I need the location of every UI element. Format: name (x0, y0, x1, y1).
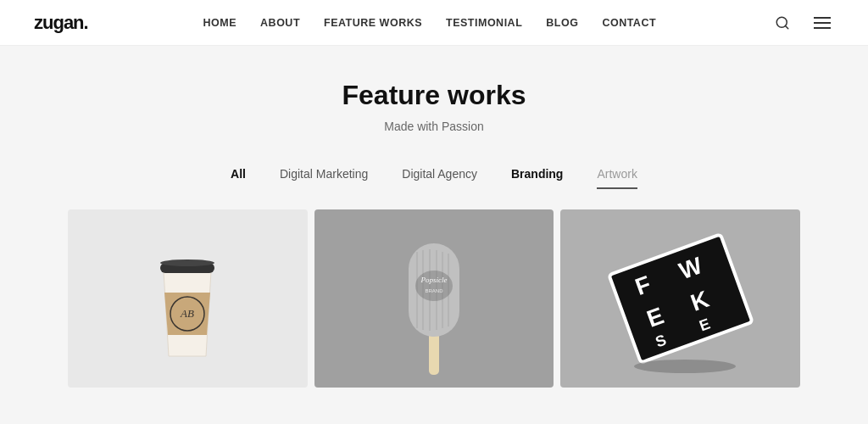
nav-item-blog[interactable]: BLOG (546, 17, 578, 29)
header-icons (771, 12, 834, 34)
filter-tabs: AllDigital MarketingDigital AgencyBrandi… (0, 150, 868, 189)
header: zugan. HOMEABOUTFEATURE WORKSTESTIMONIAL… (0, 0, 868, 46)
svg-point-8 (160, 259, 214, 266)
hero-section: Feature works Made with Passion (0, 46, 868, 150)
search-icon (775, 15, 790, 31)
nav-item-feature-works[interactable]: FEATURE WORKS (324, 17, 422, 29)
filter-tab-digital-agency[interactable]: Digital Agency (402, 167, 477, 189)
portfolio-item-coffee[interactable]: AB (68, 209, 308, 388)
filter-tab-digital-marketing[interactable]: Digital Marketing (280, 167, 368, 189)
hamburger-icon (814, 17, 831, 29)
svg-line-1 (785, 25, 787, 28)
page-subtitle: Made with Passion (17, 120, 851, 133)
portfolio-item-popsicle[interactable]: Popsicle BRAND (314, 209, 554, 388)
svg-rect-20 (609, 234, 752, 362)
filter-tab-branding[interactable]: Branding (511, 167, 563, 189)
portfolio-grid: AB Popsicle BRAND (0, 189, 868, 408)
nav-item-contact[interactable]: CONTACT (602, 17, 656, 29)
search-button[interactable] (771, 12, 793, 34)
page-title: Feature works (17, 80, 851, 111)
filter-tab-all[interactable]: All (231, 167, 246, 189)
book-image: F W E K S E (596, 218, 765, 379)
coffee-cup-image: AB (145, 233, 230, 365)
filter-tab-artwork[interactable]: Artwork (597, 167, 637, 189)
portfolio-item-book[interactable]: F W E K S E (560, 209, 800, 388)
svg-text:Popsicle: Popsicle (420, 276, 448, 284)
svg-point-27 (634, 360, 736, 373)
svg-text:BRAND: BRAND (425, 288, 443, 293)
nav-item-testimonial[interactable]: TESTIMONIAL (446, 17, 522, 29)
popsicle-image: Popsicle BRAND (387, 218, 481, 379)
logo[interactable]: zugan. (34, 12, 88, 34)
nav-item-home[interactable]: HOME (203, 17, 237, 29)
main-nav: HOMEABOUTFEATURE WORKSTESTIMONIALBLOGCON… (203, 17, 656, 29)
menu-button[interactable] (810, 14, 834, 32)
nav-item-about[interactable]: ABOUT (260, 17, 300, 29)
svg-text:AB: AB (180, 307, 194, 320)
